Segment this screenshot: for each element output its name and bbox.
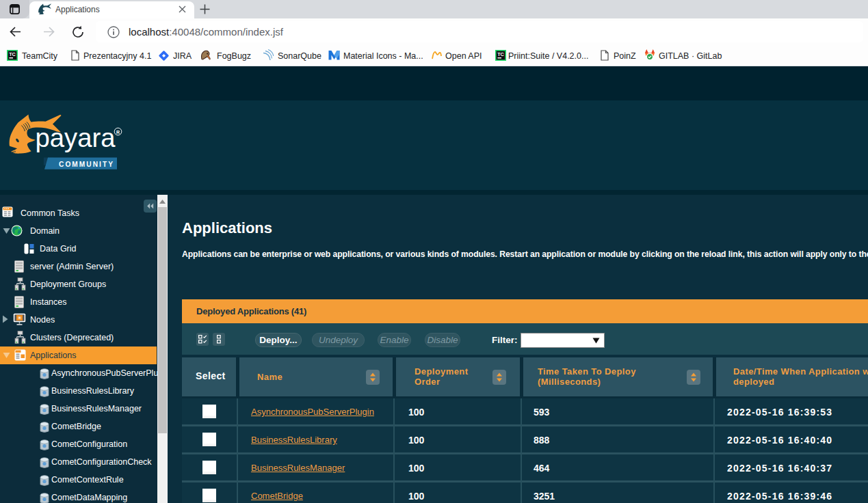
svg-text:R: R — [116, 130, 120, 135]
svg-text:payara: payara — [36, 123, 116, 152]
svg-text:COMMUNITY: COMMUNITY — [59, 160, 114, 168]
